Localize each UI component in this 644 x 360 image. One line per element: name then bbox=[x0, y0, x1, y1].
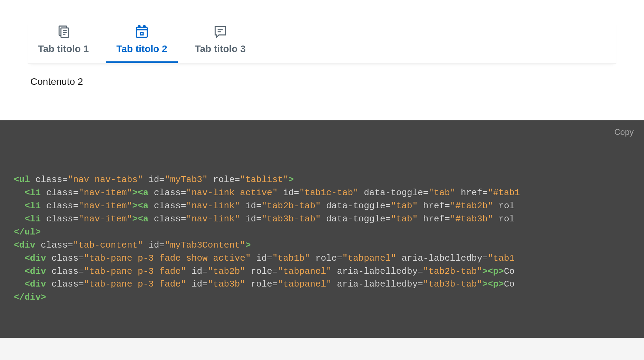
copy-button[interactable]: Copy bbox=[614, 126, 634, 138]
calendar-icon bbox=[134, 24, 149, 39]
svg-point-7 bbox=[138, 26, 140, 27]
tab-2-label: Tab titolo 2 bbox=[116, 43, 167, 54]
code-content: <ul class="nav nav-tabs" id="myTab3" rol… bbox=[14, 173, 630, 304]
tab-1[interactable]: Tab titolo 1 bbox=[28, 21, 99, 63]
file-icon bbox=[56, 24, 71, 39]
tab-content: Contenuto 2 bbox=[28, 64, 616, 100]
nav-tabs: Tab titolo 1 Tab titolo 2 bbox=[28, 21, 616, 64]
svg-point-8 bbox=[144, 26, 145, 27]
comment-icon bbox=[213, 24, 228, 39]
tab-3-label: Tab titolo 3 bbox=[195, 43, 246, 54]
svg-rect-9 bbox=[140, 32, 143, 35]
tab-pane-text: Contenuto 2 bbox=[30, 76, 614, 87]
tab-3[interactable]: Tab titolo 3 bbox=[185, 21, 256, 63]
tab-1-label: Tab titolo 1 bbox=[38, 43, 89, 54]
code-block: Copy <ul class="nav nav-tabs" id="myTab3… bbox=[0, 120, 644, 338]
tabs-demo-panel: Tab titolo 1 Tab titolo 2 bbox=[0, 0, 644, 120]
tab-2[interactable]: Tab titolo 2 bbox=[106, 21, 177, 63]
